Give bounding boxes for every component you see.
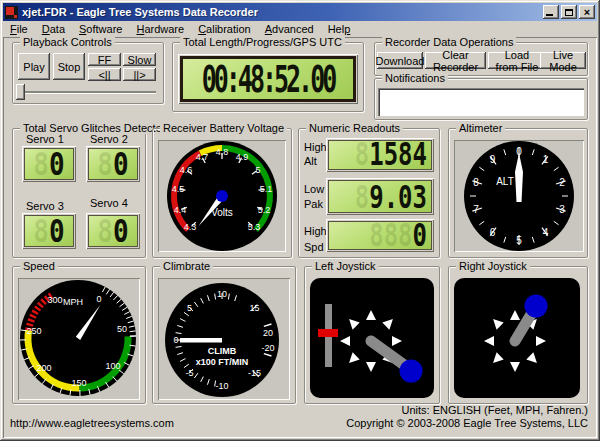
servo4-lcd-frame: 80 (86, 213, 140, 249)
progress-lcd: 00:48:52.00 (180, 56, 356, 102)
close-icon: × (584, 7, 590, 17)
svg-text:-10: -10 (215, 381, 228, 391)
climbrate-title: Climbrate (160, 260, 213, 272)
step-forward-button[interactable]: ||> (123, 68, 156, 81)
servo4-value: 0 (113, 215, 129, 247)
app-window: xjet.FDR - Eagle Tree Systems Data Recor… (0, 0, 600, 441)
altimeter-title: Altimeter (456, 122, 505, 134)
menu-calibration[interactable]: Calibration (191, 22, 258, 36)
svg-text:1: 1 (543, 154, 549, 165)
left-joystick-trim-marker-red (318, 329, 338, 337)
servo2-label: Servo 2 (90, 133, 128, 145)
left-joystick-title: Left Joystick (312, 260, 379, 272)
low-pakv-value: 9.03 (369, 180, 427, 213)
battery-gauge-panel: 4.3 4.4 4.5 4.6 4.7 4.8 4.9 5 5.1 5.2 5.… (158, 140, 286, 252)
climbrate-center-label-1: CLIMB (208, 346, 237, 356)
stop-button[interactable]: Stop (53, 53, 85, 80)
slow-button[interactable]: Slow (123, 53, 156, 66)
battery-gauge: 4.3 4.4 4.5 4.6 4.7 4.8 4.9 5 5.1 5.2 5.… (158, 140, 286, 252)
progress-title: Total Length/Progress/GPS UTC (180, 36, 345, 48)
climbrate-panel: 0 5 10 15 20 -20 -15 -10 -5 CLIMB x100 F… (158, 278, 290, 400)
svg-text:10: 10 (217, 289, 227, 299)
servo1-lcd-frame: 80 (22, 146, 76, 182)
svg-text:4: 4 (543, 227, 549, 238)
right-joystick-pad[interactable] (454, 278, 580, 398)
battery-gauge-title: Receiver Battery Voltage (160, 122, 287, 134)
svg-text:-20: -20 (261, 343, 274, 353)
servo3-lcd: 80 (24, 215, 74, 247)
battery-unit-label: Volts (211, 207, 233, 218)
live-mode-button[interactable]: Live Mode (540, 52, 586, 69)
svg-text:200: 200 (36, 363, 51, 373)
maximize-icon (565, 9, 573, 16)
servo4-lcd: 80 (88, 215, 138, 247)
fast-forward-button[interactable]: FF (88, 53, 121, 66)
climbrate-needle (180, 338, 222, 343)
left-joystick-pad[interactable] (310, 278, 434, 398)
svg-text:0: 0 (96, 294, 101, 304)
servo2-value: 0 (113, 148, 129, 180)
right-joystick-title: Right Joystick (456, 260, 530, 272)
step-back-button[interactable]: <|| (88, 68, 121, 81)
svg-text:4.5: 4.5 (172, 184, 185, 194)
high-spd-label-1: High (304, 225, 327, 237)
svg-text:5: 5 (516, 235, 522, 246)
svg-text:4.7: 4.7 (196, 152, 209, 162)
load-from-file-button[interactable]: Load from File (488, 52, 546, 69)
high-spd-lcd: 8880 (328, 221, 432, 250)
playback-slider-thumb[interactable] (16, 84, 25, 100)
minimize-icon (546, 14, 553, 16)
minimize-button[interactable] (543, 5, 559, 19)
svg-text:4.8: 4.8 (216, 147, 229, 157)
speed-panel: 0 50 100 150 200 250 300 MPH (18, 278, 140, 400)
servo1-lcd: 80 (24, 148, 74, 180)
svg-text:4.4: 4.4 (174, 205, 187, 215)
svg-text:5: 5 (255, 165, 260, 175)
climbrate-gauge: 0 5 10 15 20 -20 -15 -10 -5 CLIMB x100 F… (158, 278, 290, 400)
svg-text:3: 3 (559, 204, 565, 215)
copyright-label: Copyright © 2003-2008 Eagle Tree Systems… (346, 417, 588, 429)
high-alt-lcd-frame: 81584 (326, 138, 434, 172)
close-button[interactable]: × (579, 5, 595, 19)
svg-text:8: 8 (473, 177, 479, 188)
menu-file[interactable]: File (3, 22, 35, 36)
low-pakv-lcd: 89.03 (328, 180, 432, 213)
app-icon (5, 6, 18, 19)
notifications-box[interactable] (378, 88, 584, 116)
svg-text:4.6: 4.6 (180, 165, 193, 175)
svg-text:6: 6 (490, 227, 496, 238)
svg-text:15: 15 (249, 303, 259, 313)
menu-hardware[interactable]: Hardware (129, 22, 191, 36)
svg-text:20: 20 (263, 328, 273, 338)
speed-unit-label: MPH (63, 297, 83, 307)
title-bar[interactable]: xjet.FDR - Eagle Tree Systems Data Recor… (3, 3, 597, 21)
maximize-button[interactable] (561, 5, 577, 19)
play-button[interactable]: Play (18, 53, 50, 80)
svg-text:50: 50 (117, 324, 127, 334)
speed-title: Speed (20, 260, 58, 272)
playback-slider-track[interactable] (18, 91, 156, 93)
svg-text:4.9: 4.9 (236, 152, 249, 162)
menu-help[interactable]: Help (321, 22, 358, 36)
high-alt-lcd: 81584 (328, 140, 432, 170)
menu-data[interactable]: Data (35, 22, 72, 36)
website-link[interactable]: http://www.eagletreesystems.com (10, 417, 174, 429)
svg-text:5.3: 5.3 (248, 222, 261, 232)
download-button[interactable]: Download (377, 52, 423, 69)
progress-value: 00:48:52.00 (202, 57, 335, 101)
svg-text:4.3: 4.3 (184, 222, 197, 232)
low-pakv-label-1: Low (304, 183, 324, 195)
svg-text:150: 150 (71, 378, 86, 388)
servo3-label: Servo 3 (26, 200, 64, 212)
window-title: xjet.FDR - Eagle Tree Systems Data Recor… (22, 6, 543, 18)
menu-advanced[interactable]: Advanced (258, 22, 321, 36)
svg-text:-15: -15 (248, 368, 261, 378)
servo1-label: Servo 1 (26, 133, 64, 145)
svg-text:5.1: 5.1 (260, 184, 273, 194)
svg-text:0: 0 (173, 335, 178, 345)
svg-text:5: 5 (187, 303, 192, 313)
high-alt-label-1: High (304, 141, 327, 153)
left-joystick-shaft (371, 341, 407, 367)
menu-software[interactable]: Software (72, 22, 129, 36)
clear-recorder-button[interactable]: Clear Recorder (425, 52, 486, 69)
